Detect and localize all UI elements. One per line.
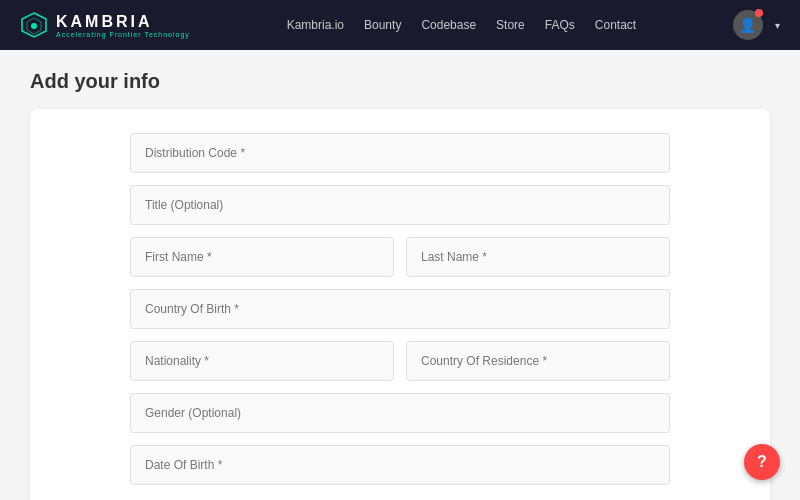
- help-icon: ?: [757, 453, 767, 471]
- page-title: Add your info: [30, 70, 770, 93]
- country-of-residence-input[interactable]: [406, 341, 670, 381]
- first-name-input[interactable]: [130, 237, 394, 277]
- dob-input[interactable]: [130, 445, 670, 485]
- country-of-birth-input[interactable]: [130, 289, 670, 329]
- notification-dot: [755, 9, 763, 17]
- name-row: [130, 237, 670, 277]
- form-card: [30, 109, 770, 500]
- logo-name: KAMBRIA: [56, 13, 190, 31]
- logo-icon: [20, 11, 48, 39]
- logo-area: KAMBRIA Accelerating Frontier Technology: [20, 11, 190, 39]
- nav-kambria[interactable]: Kambria.io: [287, 18, 344, 32]
- header: KAMBRIA Accelerating Frontier Technology…: [0, 0, 800, 50]
- last-name-input[interactable]: [406, 237, 670, 277]
- logo-text-wrap: KAMBRIA Accelerating Frontier Technology: [56, 13, 190, 38]
- form-section: [130, 133, 670, 485]
- nav-links: Kambria.io Bounty Codebase Store FAQs Co…: [287, 18, 637, 32]
- nav-bounty[interactable]: Bounty: [364, 18, 401, 32]
- nav-codebase[interactable]: Codebase: [421, 18, 476, 32]
- chevron-down-icon[interactable]: ▾: [775, 20, 780, 31]
- user-icon: 👤: [739, 17, 756, 33]
- title-input[interactable]: [130, 185, 670, 225]
- help-button[interactable]: ?: [744, 444, 780, 480]
- nav-contact[interactable]: Contact: [595, 18, 636, 32]
- distribution-code-input[interactable]: [130, 133, 670, 173]
- main-content: Add your info: [0, 50, 800, 500]
- nav-faqs[interactable]: FAQs: [545, 18, 575, 32]
- svg-point-2: [31, 23, 37, 29]
- gender-input[interactable]: [130, 393, 670, 433]
- nav-store[interactable]: Store: [496, 18, 525, 32]
- user-area: 👤 ▾: [733, 10, 780, 40]
- nationality-row: [130, 341, 670, 381]
- logo-tagline: Accelerating Frontier Technology: [56, 31, 190, 38]
- nationality-input[interactable]: [130, 341, 394, 381]
